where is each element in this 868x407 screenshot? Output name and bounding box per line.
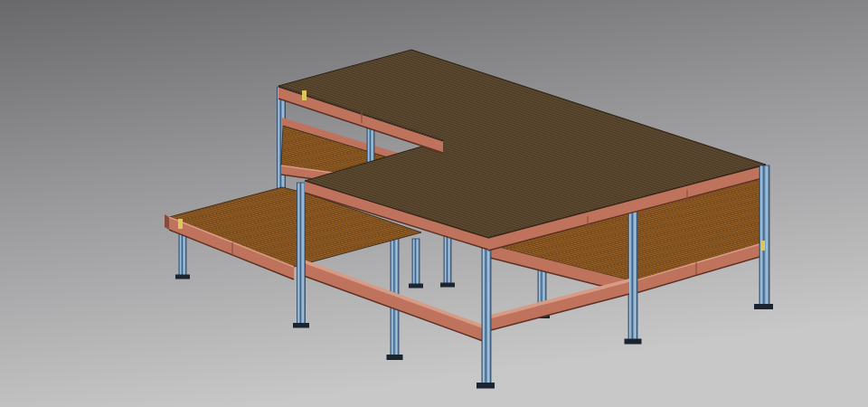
cad-viewport[interactable]: [0, 0, 868, 407]
base-plate[interactable]: [409, 284, 423, 289]
column-back-a[interactable]: [412, 239, 420, 285]
base-plate[interactable]: [387, 355, 403, 360]
base-plate[interactable]: [625, 339, 642, 345]
connection-plate-yellow[interactable]: [178, 219, 183, 229]
column-front-right[interactable]: [628, 201, 637, 340]
mezzanine-beam-end-cap[interactable]: [165, 214, 169, 230]
base-plate[interactable]: [754, 304, 773, 309]
base-plate[interactable]: [440, 283, 455, 288]
base-plate[interactable]: [476, 383, 495, 389]
connection-plate-yellow[interactable]: [760, 241, 765, 251]
column-corner-right[interactable]: [760, 166, 769, 305]
column-roof-west[interactable]: [297, 183, 306, 325]
column-back-b[interactable]: [444, 234, 451, 284]
column-front-center[interactable]: [482, 241, 491, 384]
structure-3d-view[interactable]: [0, 0, 868, 407]
connection-plate-yellow[interactable]: [302, 90, 307, 100]
base-plate[interactable]: [293, 323, 309, 328]
column-front-left[interactable]: [391, 225, 399, 356]
base-plate[interactable]: [175, 275, 190, 279]
